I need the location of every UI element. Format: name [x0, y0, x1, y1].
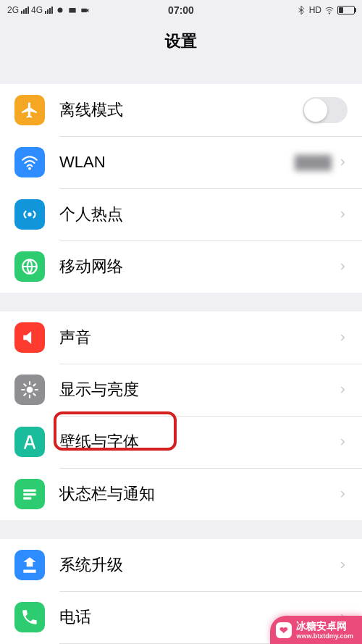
wifi-status-icon — [324, 5, 334, 15]
chevron-right-icon — [337, 262, 348, 272]
hd-label: HD — [309, 5, 321, 15]
row-label: WLAN — [59, 153, 295, 172]
row-statusbar-notify[interactable]: 状态栏与通知 — [0, 468, 362, 520]
svg-point-5 — [28, 212, 31, 216]
chevron-right-icon — [337, 489, 348, 499]
svg-rect-8 — [23, 490, 35, 492]
row-label: 声音 — [59, 327, 337, 348]
svg-rect-10 — [23, 497, 31, 499]
row-brightness[interactable]: 显示与亮度 — [0, 364, 362, 416]
status-time: 07:00 — [168, 4, 194, 16]
status-bar: 2G 4G 07:00 HD — [0, 0, 362, 20]
row-label: 壁纸与字体 — [59, 431, 337, 453]
camera-icon — [80, 5, 90, 15]
signal-icon-1 — [21, 7, 29, 14]
mail-icon — [67, 5, 77, 15]
watermark: ❤ 冰糖安卓网 www.btxtdmy.com — [270, 616, 362, 644]
row-label: 状态栏与通知 — [59, 483, 337, 505]
battery-icon — [337, 6, 355, 14]
chevron-right-icon — [337, 385, 348, 395]
globe-icon — [14, 251, 45, 282]
font-icon — [14, 427, 45, 457]
statusbar-icon — [14, 479, 45, 509]
svg-point-3 — [329, 13, 330, 14]
airplane-toggle[interactable] — [303, 97, 348, 123]
phone-icon — [14, 602, 45, 632]
wifi-icon — [14, 147, 45, 177]
network-1-label: 2G — [7, 5, 19, 15]
svg-point-7 — [27, 387, 33, 393]
chevron-right-icon — [337, 209, 348, 219]
airplane-icon — [14, 95, 45, 125]
wlan-value: ████ — [295, 155, 332, 170]
row-label: 系统升级 — [59, 554, 337, 576]
row-label: 离线模式 — [59, 99, 303, 121]
page-title: 设置 — [0, 20, 362, 65]
row-label: 移动网络 — [59, 256, 337, 277]
signal-icon-2 — [45, 7, 53, 14]
section-network: 离线模式 WLAN ████ 个人热点 移动网络 — [0, 84, 362, 293]
row-label: 显示与亮度 — [59, 379, 337, 401]
row-sound[interactable]: 声音 — [0, 311, 362, 364]
section-display: 声音 显示与亮度 壁纸与字体 状态栏与通知 — [0, 311, 362, 520]
svg-rect-1 — [69, 8, 75, 12]
svg-point-0 — [58, 8, 63, 13]
svg-point-4 — [28, 167, 31, 170]
chevron-right-icon — [337, 333, 348, 343]
status-right: HD — [296, 5, 355, 15]
row-mobile-network[interactable]: 移动网络 — [0, 241, 362, 293]
hotspot-icon — [14, 199, 45, 230]
bluetooth-icon — [296, 5, 306, 15]
status-left: 2G 4G — [7, 5, 90, 15]
watermark-sub: www.btxtdmy.com — [296, 633, 353, 640]
chevron-right-icon — [337, 560, 348, 570]
svg-rect-9 — [23, 493, 35, 495]
watermark-main: 冰糖安卓网 — [296, 620, 347, 632]
row-wallpaper-font[interactable]: 壁纸与字体 — [0, 416, 362, 468]
chevron-right-icon — [337, 437, 348, 447]
row-airplane-mode[interactable]: 离线模式 — [0, 84, 362, 136]
watermark-logo-icon: ❤ — [276, 622, 292, 638]
row-update[interactable]: 系统升级 — [0, 539, 362, 591]
row-label: 个人热点 — [59, 204, 337, 225]
network-2-label: 4G — [31, 5, 43, 15]
row-wlan[interactable]: WLAN ████ — [0, 136, 362, 188]
row-hotspot[interactable]: 个人热点 — [0, 188, 362, 241]
svg-rect-2 — [81, 9, 87, 12]
chevron-right-icon — [337, 157, 348, 167]
brightness-icon — [14, 375, 45, 405]
update-icon — [14, 550, 45, 580]
moon-icon — [55, 5, 65, 15]
speaker-icon — [14, 322, 45, 353]
